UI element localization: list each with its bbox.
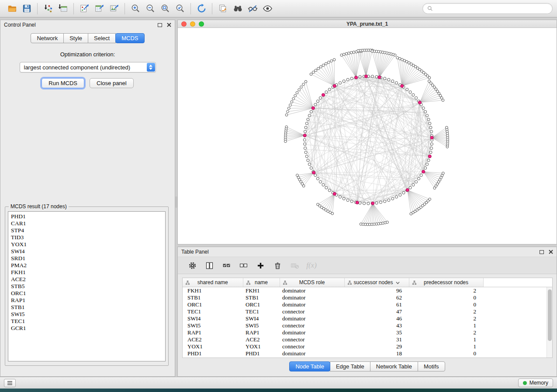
mcds-list-item[interactable]: PMA2 [11,262,165,269]
panel-splitter[interactable] [175,20,177,377]
tab-network[interactable]: Network [31,33,64,43]
export-table-icon[interactable] [92,2,107,15]
network-view[interactable] [178,28,557,244]
select-stepper-icon [147,63,155,72]
search-input[interactable] [422,3,553,14]
zoom-fit-icon[interactable] [158,2,173,15]
table-cell: connector [280,322,344,329]
mcds-list-item[interactable]: GCR1 [11,325,165,332]
open-file-icon[interactable] [4,2,19,15]
table-tab-motifs[interactable]: Motifs [418,361,445,371]
mcds-list-item[interactable]: PHD1 [11,213,165,220]
mcds-list-item[interactable]: CAR1 [11,220,165,227]
mcds-list-item[interactable]: ACE2 [11,276,165,283]
close-panel-icon[interactable] [167,23,171,27]
table-row[interactable]: TEC1TEC1connector472 [183,308,552,315]
clone-network-icon[interactable] [215,2,230,15]
select-all-icon[interactable] [220,259,233,272]
columns-icon[interactable] [203,259,216,272]
mcds-list-item[interactable]: SWI5 [11,311,165,318]
deselect-all-icon[interactable] [237,259,250,272]
mcds-list-item[interactable]: STB1 [11,304,165,311]
scrollbar-thumb[interactable] [548,289,552,341]
hide-glasses-icon[interactable] [245,2,260,15]
table-row[interactable]: SWI5SWI5connector431 [183,322,552,329]
float-table-panel-icon[interactable] [540,250,544,254]
function-builder-icon: f(x) [305,259,318,272]
tab-mcds[interactable]: MCDS [115,33,144,43]
mcds-list-item[interactable]: STB5 [11,283,165,290]
mcds-list-item[interactable]: SRD1 [11,255,165,262]
mcds-list-item[interactable]: TID3 [11,234,165,241]
table-cell: RAP1 [183,329,243,336]
table-tab-edge-table[interactable]: Edge Table [330,361,370,371]
table-row[interactable]: PHD1PHD1dominator180 [183,350,552,357]
table-row[interactable]: ACE2ACE2connector311 [183,336,552,343]
table-row[interactable]: YOX1YOX1connector291 [183,343,552,350]
tab-style[interactable]: Style [63,33,88,43]
column-header-mcds-role[interactable]: MCDS role [280,278,344,287]
run-mcds-button[interactable]: Run MCDS [42,78,84,88]
table-cell: STB1 [243,294,280,301]
close-panel-button[interactable]: Close panel [90,78,134,88]
column-header-name[interactable]: name [243,278,280,287]
table-row[interactable]: SWI4SWI4dominator462 [183,315,552,322]
zoom-window-icon[interactable] [199,21,204,27]
window-traffic-lights[interactable] [181,21,204,27]
search-field[interactable] [436,5,548,12]
list-icon [7,381,13,385]
tab-select[interactable]: Select [88,33,116,43]
table-tab-network-table[interactable]: Network Table [370,361,418,371]
mcds-list-item[interactable]: STP4 [11,227,165,234]
minimize-window-icon[interactable] [190,21,195,27]
mcds-list-item[interactable]: SWI4 [11,248,165,255]
save-icon[interactable] [19,2,34,15]
add-row-icon[interactable] [254,259,267,272]
table-row[interactable]: ORC1ORC1dominator610 [183,301,552,308]
float-panel-icon[interactable] [158,23,162,27]
close-window-icon[interactable] [181,21,187,27]
show-eye-icon[interactable] [260,2,275,15]
zoom-out-icon[interactable] [143,2,158,15]
table-tab-node-table[interactable]: Node Table [289,361,330,371]
table-cell: 46 [344,315,409,322]
export-network-icon[interactable] [77,2,92,15]
control-panel-title: Control Panel [4,22,36,28]
mcds-list-item[interactable]: ORC1 [11,290,165,297]
column-header-shared-name[interactable]: shared name [183,278,243,287]
status-menu-button[interactable] [4,379,16,387]
mcds-list-item[interactable]: RAP1 [11,297,165,304]
table-cell: connector [280,308,344,315]
close-table-panel-icon[interactable] [549,250,553,254]
column-header-predecessor-nodes[interactable]: predecessor nodes [409,278,483,287]
table-row[interactable]: RAP1RAP1dominator352 [183,329,552,336]
network-canvas-svg [178,28,557,244]
main-toolbar [0,0,557,17]
status-bar: Memory [0,377,557,389]
table-row[interactable]: FKH1FKH1dominator962 [183,287,552,294]
import-table-icon[interactable] [55,2,70,15]
mcds-list-item[interactable]: TEC1 [11,318,165,325]
mcds-result-title: MCDS result (17 nodes) [9,203,69,210]
table-row[interactable]: STB1STB1dominator620 [183,294,552,301]
memory-button[interactable]: Memory [518,378,553,387]
splitter-grip-icon[interactable] [175,196,177,208]
table-scrollbar[interactable] [547,287,552,358]
mcds-list-item[interactable]: YOX1 [11,241,165,248]
optimization-criterion-select[interactable]: largest connected component (undirected) [20,62,156,72]
search-network-icon[interactable] [230,2,245,15]
table-cell: ORC1 [183,301,243,308]
import-network-icon[interactable] [41,2,55,15]
table-cell: 2 [409,287,483,294]
column-header-successor-nodes[interactable]: successor nodes [344,278,409,287]
delete-row-icon[interactable] [271,259,284,272]
table-cell: SWI5 [183,322,243,329]
table-cell: 2 [409,308,483,315]
settings-icon[interactable] [186,259,199,272]
refresh-icon[interactable] [194,2,209,15]
mcds-list-item[interactable]: FKH1 [11,269,165,276]
zoom-selected-icon[interactable] [173,2,187,15]
table-cell [483,287,552,294]
export-image-icon[interactable] [107,2,121,15]
zoom-in-icon[interactable] [128,2,143,15]
